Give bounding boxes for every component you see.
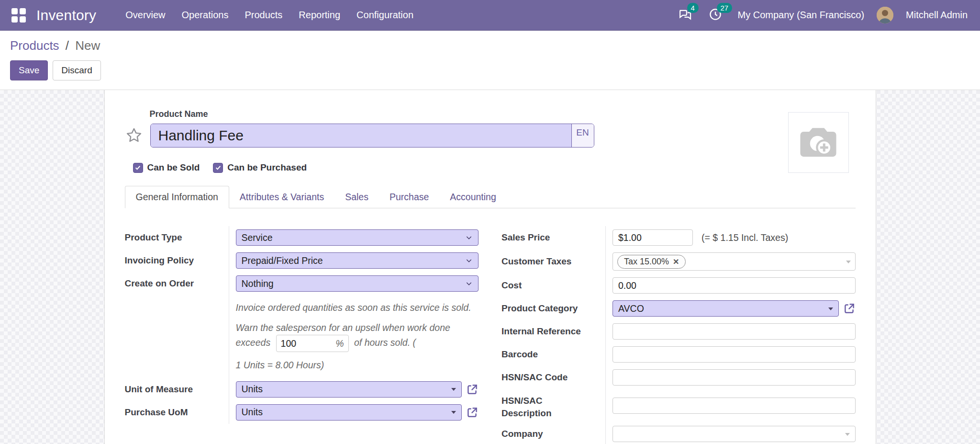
company-label: Company [501,422,605,444]
can-be-sold-checkbox[interactable]: Can be Sold [133,162,200,173]
user-photo [877,7,893,23]
product-category-field[interactable]: AVCO [612,300,839,317]
hsn-sac-code-input[interactable] [612,369,856,386]
product-image-upload[interactable] [788,112,849,173]
help-texts: Invoice ordered quantities as soon as th… [236,298,479,375]
unit-of-measure-label: Unit of Measure [125,378,229,401]
product-type-select[interactable]: Service [236,229,479,246]
avatar[interactable] [877,7,893,23]
user-menu[interactable]: Mitchell Admin [906,10,968,21]
nav-menu: Overview Operations Products Reporting C… [117,6,422,24]
tab-attributes-variants[interactable]: Attributes & Variants [229,186,334,208]
nav-item-operations[interactable]: Operations [174,6,237,24]
company-field[interactable] [612,426,856,442]
purchase-uom-field[interactable]: Units [236,404,462,421]
product-category-label: Product Category [501,297,605,320]
translate-language-badge[interactable]: EN [571,124,594,147]
hsn-sac-code-label: HSN/SAC Code [501,366,605,389]
invoicing-policy-label: Invoicing Policy [125,249,229,272]
discard-button[interactable]: Discard [53,60,100,80]
internal-reference-input[interactable] [612,323,856,340]
cost-label: Cost [501,274,605,297]
apps-menu-icon[interactable] [11,8,26,23]
nav-item-configuration[interactable]: Configuration [348,6,422,24]
purchase-uom-external-link-icon[interactable] [466,406,479,419]
nav-item-reporting[interactable]: Reporting [290,6,348,24]
help-invoice-text: Invoice ordered quantities as soon as th… [236,300,479,315]
notebook-tabs: General Information Attributes & Variant… [125,186,856,208]
tab-sales[interactable]: Sales [334,186,379,208]
internal-reference-label: Internal Reference [501,320,605,343]
taxes-included-note: (= $ 1.15 Incl. Taxes) [702,232,788,243]
tab-general-information[interactable]: General Information [125,186,229,208]
create-on-order-select[interactable]: Nothing [236,275,479,292]
top-navbar: Inventory Overview Operations Products R… [0,0,980,31]
caret-down-icon [845,433,850,438]
nav-item-products[interactable]: Products [236,6,290,24]
chevron-down-icon [465,234,473,241]
sales-price-input[interactable] [612,229,693,246]
title-block: Product Name EN Can be Sold [125,109,594,173]
favorite-star-icon[interactable] [125,126,143,145]
barcode-input[interactable] [612,346,856,363]
breadcrumb: Products / New [10,38,980,53]
camera-plus-icon [796,121,840,165]
upsell-threshold-input[interactable]: 100 % [276,335,349,352]
product-type-label: Product Type [125,226,229,249]
activities-icon[interactable]: 27 [708,7,725,23]
caret-down-icon [451,411,456,416]
hsn-sac-description-input[interactable] [612,398,856,414]
percent-suffix: % [335,336,344,351]
unit-of-measure-field[interactable]: Units [236,381,462,398]
control-panel: Products / New Save Discard [0,31,980,90]
breadcrumb-current: New [75,38,100,53]
can-be-purchased-label: Can be Purchased [227,162,307,173]
customer-taxes-label: Customer Taxes [501,249,605,274]
can-be-purchased-checkbox[interactable]: Can be Purchased [213,162,307,173]
uom-ratio-text: 1 Units = 8.00 Hours) [236,358,479,372]
cost-input[interactable] [612,277,856,294]
sales-price-label: Sales Price [501,226,605,249]
product-form-sheet: Product Name EN Can be Sold [104,90,876,444]
form-view-background: Product Name EN Can be Sold [0,90,980,444]
customer-taxes-field[interactable]: Tax 15.00% ✕ [612,252,856,271]
create-on-order-label: Create on Order [125,272,229,295]
product-category-external-link-icon[interactable] [843,302,856,315]
product-name-label: Product Name [150,109,594,119]
chevron-down-icon [465,280,473,287]
tab-purchase[interactable]: Purchase [379,186,439,208]
invoicing-policy-select[interactable]: Prepaid/Fixed Price [236,252,479,269]
checkbox-checked-icon [213,163,223,173]
product-name-field-wrap: EN [150,124,594,148]
breadcrumb-separator: / [63,38,72,53]
purchase-uom-label: Purchase UoM [125,401,229,424]
left-field-group: Product Type Service Invoicing Policy Pr… [125,226,479,444]
can-be-sold-label: Can be Sold [147,162,200,173]
save-button[interactable]: Save [10,60,48,80]
tab-accounting[interactable]: Accounting [439,186,506,208]
tax-tag: Tax 15.00% ✕ [617,255,686,269]
checkbox-checked-icon [133,163,143,173]
unit-of-measure-external-link-icon[interactable] [466,383,479,396]
breadcrumb-products-link[interactable]: Products [10,38,59,53]
activities-badge: 27 [717,3,733,13]
company-switcher[interactable]: My Company (San Francisco) [738,10,865,21]
nav-item-overview[interactable]: Overview [117,6,173,24]
hsn-sac-description-label: HSN/SAC Description [501,389,578,422]
messages-icon[interactable]: 4 [679,7,696,23]
caret-down-icon [451,388,456,393]
chevron-down-icon [465,257,473,264]
caret-down-icon [828,307,833,313]
messages-badge: 4 [687,3,699,13]
app-title[interactable]: Inventory [36,7,96,23]
right-field-group: Sales Price (= $ 1.15 Incl. Taxes) Custo… [501,226,856,444]
help-upsell-text: Warn the salesperson for an upsell when … [236,320,479,352]
caret-down-icon [846,261,851,266]
remove-tag-icon[interactable]: ✕ [673,257,679,266]
barcode-label: Barcode [501,343,605,366]
product-name-input[interactable] [151,124,571,147]
